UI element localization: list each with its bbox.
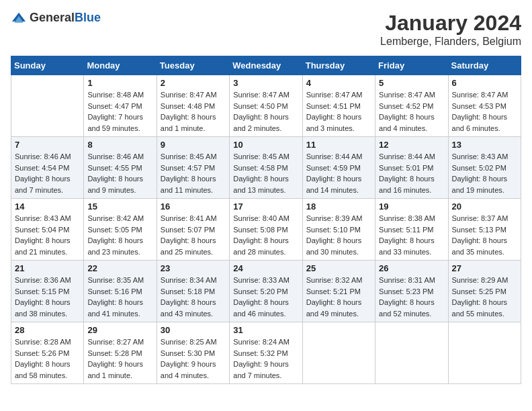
calendar-cell xyxy=(448,322,521,384)
calendar-cell: 12Sunrise: 8:44 AMSunset: 5:01 PMDayligh… xyxy=(375,137,448,199)
day-info: Sunrise: 8:48 AMSunset: 4:47 PMDaylight:… xyxy=(87,89,152,134)
day-info: Sunrise: 8:44 AMSunset: 5:01 PMDaylight:… xyxy=(379,151,444,195)
calendar-cell: 9Sunrise: 8:45 AMSunset: 4:57 PMDaylight… xyxy=(157,137,229,199)
logo-icon xyxy=(11,11,27,25)
calendar-cell xyxy=(375,322,448,384)
day-info: Sunrise: 8:47 AMSunset: 4:52 PMDaylight:… xyxy=(379,89,444,134)
day-info: Sunrise: 8:39 AMSunset: 5:10 PMDaylight:… xyxy=(306,213,371,257)
day-number: 21 xyxy=(15,263,80,273)
day-number: 11 xyxy=(306,140,371,150)
week-row-1: 1Sunrise: 8:48 AMSunset: 4:47 PMDaylight… xyxy=(11,75,521,137)
day-info: Sunrise: 8:43 AMSunset: 5:02 PMDaylight:… xyxy=(452,151,517,195)
day-number: 9 xyxy=(161,140,226,150)
day-info: Sunrise: 8:25 AMSunset: 5:30 PMDaylight:… xyxy=(161,336,226,381)
day-number: 28 xyxy=(15,325,80,335)
day-info: Sunrise: 8:35 AMSunset: 5:16 PMDaylight:… xyxy=(87,275,152,319)
day-info: Sunrise: 8:34 AMSunset: 5:18 PMDaylight:… xyxy=(161,275,226,319)
header-tuesday: Tuesday xyxy=(157,56,229,75)
calendar-cell: 18Sunrise: 8:39 AMSunset: 5:10 PMDayligh… xyxy=(302,199,375,261)
calendar-cell: 19Sunrise: 8:38 AMSunset: 5:11 PMDayligh… xyxy=(375,199,448,261)
calendar-cell: 11Sunrise: 8:44 AMSunset: 4:59 PMDayligh… xyxy=(302,137,375,199)
day-number: 6 xyxy=(452,78,517,88)
day-info: Sunrise: 8:45 AMSunset: 4:58 PMDaylight:… xyxy=(233,151,298,195)
day-info: Sunrise: 8:47 AMSunset: 4:51 PMDaylight:… xyxy=(306,89,371,134)
day-info: Sunrise: 8:36 AMSunset: 5:15 PMDaylight:… xyxy=(15,275,80,319)
day-info: Sunrise: 8:28 AMSunset: 5:26 PMDaylight:… xyxy=(15,336,80,381)
header-wednesday: Wednesday xyxy=(230,56,302,75)
header-row: SundayMondayTuesdayWednesdayThursdayFrid… xyxy=(11,56,521,75)
week-row-5: 28Sunrise: 8:28 AMSunset: 5:26 PMDayligh… xyxy=(11,322,521,384)
day-number: 3 xyxy=(233,78,298,88)
day-number: 17 xyxy=(233,201,298,212)
calendar-cell: 21Sunrise: 8:36 AMSunset: 5:15 PMDayligh… xyxy=(11,261,84,322)
day-number: 30 xyxy=(161,325,226,335)
day-info: Sunrise: 8:45 AMSunset: 4:57 PMDaylight:… xyxy=(161,151,226,195)
day-info: Sunrise: 8:46 AMSunset: 4:54 PMDaylight:… xyxy=(15,151,80,195)
calendar-cell: 14Sunrise: 8:43 AMSunset: 5:04 PMDayligh… xyxy=(11,199,84,261)
calendar-cell: 6Sunrise: 8:47 AMSunset: 4:53 PMDaylight… xyxy=(448,75,521,137)
day-number: 1 xyxy=(87,78,152,88)
day-info: Sunrise: 8:38 AMSunset: 5:11 PMDaylight:… xyxy=(379,213,444,257)
calendar-cell xyxy=(302,322,375,384)
calendar-cell xyxy=(11,75,84,137)
calendar-cell: 5Sunrise: 8:47 AMSunset: 4:52 PMDaylight… xyxy=(375,75,448,137)
week-row-2: 7Sunrise: 8:46 AMSunset: 4:54 PMDaylight… xyxy=(11,137,521,199)
day-info: Sunrise: 8:29 AMSunset: 5:25 PMDaylight:… xyxy=(452,275,517,319)
calendar-cell: 20Sunrise: 8:37 AMSunset: 5:13 PMDayligh… xyxy=(448,199,521,261)
day-info: Sunrise: 8:46 AMSunset: 4:55 PMDaylight:… xyxy=(87,151,152,195)
day-number: 2 xyxy=(161,78,226,88)
day-info: Sunrise: 8:40 AMSunset: 5:08 PMDaylight:… xyxy=(233,213,298,257)
day-number: 13 xyxy=(452,140,517,150)
calendar-cell: 3Sunrise: 8:47 AMSunset: 4:50 PMDaylight… xyxy=(230,75,302,137)
day-info: Sunrise: 8:42 AMSunset: 5:05 PMDaylight:… xyxy=(87,213,152,257)
calendar-cell: 28Sunrise: 8:28 AMSunset: 5:26 PMDayligh… xyxy=(11,322,84,384)
title-block: January 2024 Lemberge, Flanders, Belgium xyxy=(380,11,521,48)
day-number: 4 xyxy=(306,78,371,88)
header-sunday: Sunday xyxy=(11,56,84,75)
day-number: 29 xyxy=(87,325,152,335)
day-number: 7 xyxy=(15,140,80,150)
calendar-cell: 27Sunrise: 8:29 AMSunset: 5:25 PMDayligh… xyxy=(448,261,521,322)
day-number: 5 xyxy=(379,78,444,88)
day-number: 27 xyxy=(452,263,517,273)
calendar-cell: 29Sunrise: 8:27 AMSunset: 5:28 PMDayligh… xyxy=(84,322,157,384)
logo: GeneralBlue xyxy=(11,11,101,25)
day-info: Sunrise: 8:27 AMSunset: 5:28 PMDaylight:… xyxy=(87,336,152,381)
page-header: GeneralBlue January 2024 Lemberge, Fland… xyxy=(11,11,521,48)
day-info: Sunrise: 8:32 AMSunset: 5:21 PMDaylight:… xyxy=(306,275,371,319)
day-info: Sunrise: 8:47 AMSunset: 4:50 PMDaylight:… xyxy=(233,89,298,134)
header-saturday: Saturday xyxy=(448,56,521,75)
calendar-body: 1Sunrise: 8:48 AMSunset: 4:47 PMDaylight… xyxy=(11,75,521,384)
week-row-3: 14Sunrise: 8:43 AMSunset: 5:04 PMDayligh… xyxy=(11,199,521,261)
day-number: 22 xyxy=(87,263,152,273)
day-info: Sunrise: 8:44 AMSunset: 4:59 PMDaylight:… xyxy=(306,151,371,195)
day-info: Sunrise: 8:41 AMSunset: 5:07 PMDaylight:… xyxy=(161,213,226,257)
day-number: 16 xyxy=(161,201,226,212)
header-monday: Monday xyxy=(84,56,157,75)
calendar-cell: 4Sunrise: 8:47 AMSunset: 4:51 PMDaylight… xyxy=(302,75,375,137)
calendar-cell: 1Sunrise: 8:48 AMSunset: 4:47 PMDaylight… xyxy=(84,75,157,137)
day-number: 31 xyxy=(233,325,298,335)
day-info: Sunrise: 8:37 AMSunset: 5:13 PMDaylight:… xyxy=(452,213,517,257)
calendar-cell: 26Sunrise: 8:31 AMSunset: 5:23 PMDayligh… xyxy=(375,261,448,322)
day-number: 12 xyxy=(379,140,444,150)
day-number: 24 xyxy=(233,263,298,273)
calendar-cell: 17Sunrise: 8:40 AMSunset: 5:08 PMDayligh… xyxy=(230,199,302,261)
calendar-cell: 16Sunrise: 8:41 AMSunset: 5:07 PMDayligh… xyxy=(157,199,229,261)
day-info: Sunrise: 8:47 AMSunset: 4:48 PMDaylight:… xyxy=(161,89,226,134)
day-number: 19 xyxy=(379,201,444,212)
day-info: Sunrise: 8:24 AMSunset: 5:32 PMDaylight:… xyxy=(233,336,298,381)
calendar-cell: 7Sunrise: 8:46 AMSunset: 4:54 PMDaylight… xyxy=(11,137,84,199)
calendar-cell: 25Sunrise: 8:32 AMSunset: 5:21 PMDayligh… xyxy=(302,261,375,322)
logo-general: General xyxy=(30,11,75,24)
logo-blue: Blue xyxy=(75,11,101,24)
calendar-cell: 2Sunrise: 8:47 AMSunset: 4:48 PMDaylight… xyxy=(157,75,229,137)
calendar-cell: 13Sunrise: 8:43 AMSunset: 5:02 PMDayligh… xyxy=(448,137,521,199)
calendar-cell: 10Sunrise: 8:45 AMSunset: 4:58 PMDayligh… xyxy=(230,137,302,199)
day-number: 26 xyxy=(379,263,444,273)
header-thursday: Thursday xyxy=(302,56,375,75)
location-subtitle: Lemberge, Flanders, Belgium xyxy=(380,36,521,48)
day-number: 20 xyxy=(452,201,517,212)
day-info: Sunrise: 8:31 AMSunset: 5:23 PMDaylight:… xyxy=(379,275,444,319)
calendar-cell: 30Sunrise: 8:25 AMSunset: 5:30 PMDayligh… xyxy=(157,322,229,384)
